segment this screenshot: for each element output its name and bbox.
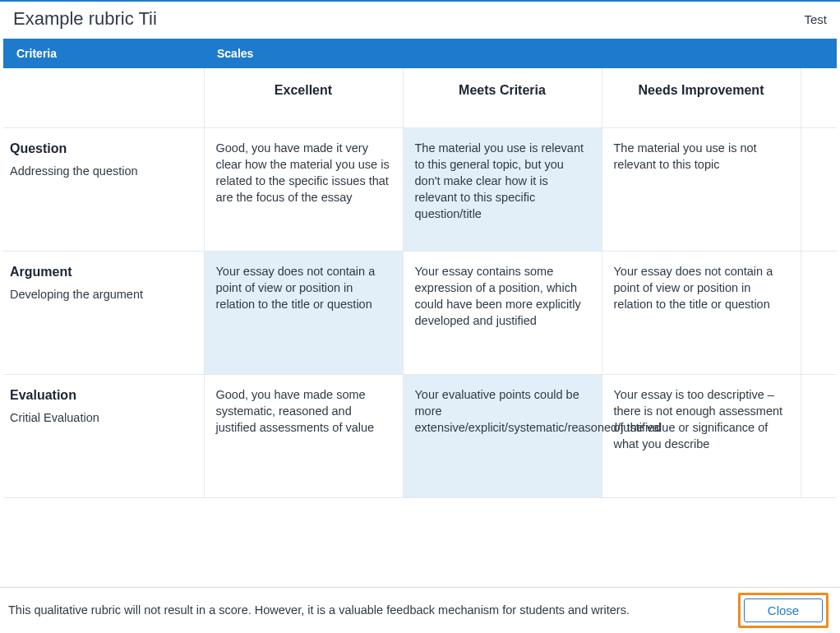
- rubric-cell[interactable]: Good, you have made some systematic, rea…: [204, 375, 403, 498]
- table-row: QuestionAddressing the questionGood, you…: [3, 128, 837, 252]
- criteria-title: Argument: [10, 263, 192, 281]
- criteria-cell: QuestionAddressing the question: [3, 128, 204, 252]
- rubric-cell[interactable]: Your essay contains some expression of a…: [403, 252, 602, 375]
- rubric-cell[interactable]: Your evaluative points could be more ext…: [403, 375, 602, 498]
- close-button[interactable]: Close: [744, 598, 823, 622]
- criteria-cell: ArgumentDeveloping the argument: [3, 252, 204, 375]
- table-row: ArgumentDeveloping the argumentYour essa…: [3, 252, 837, 375]
- table-row: EvaluationCritial EvaluationGood, you ha…: [3, 375, 837, 498]
- empty-cell: [801, 128, 837, 252]
- criteria-cell: EvaluationCritial Evaluation: [3, 375, 204, 498]
- rubric-cell[interactable]: The material you use is not relevant to …: [602, 128, 801, 252]
- scale-meets: Meets Criteria: [403, 68, 602, 128]
- close-highlight: Close: [738, 593, 828, 628]
- empty-cell: [801, 375, 837, 498]
- scale-excellent: Excellent: [204, 68, 403, 128]
- footer-bar: This qualitative rubric will not result …: [0, 587, 840, 633]
- rubric-cell[interactable]: Your essay does not contain a point of v…: [204, 252, 403, 375]
- criteria-desc: Developing the argument: [10, 286, 192, 303]
- empty-header: [801, 68, 837, 128]
- rubric-cell[interactable]: Your essay does not contain a point of v…: [602, 252, 801, 375]
- rubric-cell[interactable]: Good, you have made it very clear how th…: [204, 128, 403, 252]
- rubric-table: Criteria Scales Excellent Meets Criteria…: [3, 39, 837, 498]
- rubric-cell[interactable]: Your essay is too descriptive – there is…: [602, 375, 801, 498]
- criteria-title: Question: [10, 140, 192, 158]
- scale-needs: Needs Improvement: [602, 68, 801, 128]
- criteria-desc: Critial Evaluation: [10, 409, 192, 426]
- empty-cell: [801, 252, 837, 375]
- table-header-row: Criteria Scales: [3, 39, 837, 68]
- criteria-title: Evaluation: [10, 386, 192, 404]
- top-bar: Example rubric Tii Test: [0, 2, 840, 39]
- criteria-header: Criteria: [3, 39, 204, 68]
- breadcrumb-label: Test: [804, 12, 827, 26]
- footer-note: This qualitative rubric will not result …: [8, 603, 630, 619]
- page-title: Example rubric Tii: [13, 8, 157, 30]
- blank-header: [3, 68, 204, 128]
- criteria-desc: Addressing the question: [10, 163, 192, 179]
- scale-names-row: Excellent Meets Criteria Needs Improveme…: [3, 68, 837, 128]
- scales-header: Scales: [204, 39, 837, 68]
- rubric-cell[interactable]: The material you use is relevant to this…: [403, 128, 602, 252]
